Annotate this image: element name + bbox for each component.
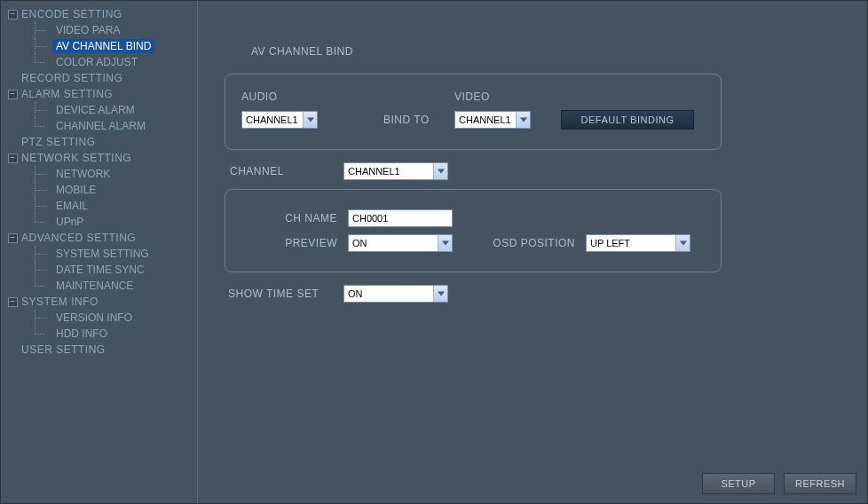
chevron-down-icon <box>438 235 452 251</box>
chevron-down-icon <box>675 235 690 251</box>
tree-connector-icon <box>35 246 51 262</box>
sidebar-item[interactable]: MOBILE <box>17 182 197 198</box>
sidebar-item-label: AV CHANNEL BIND <box>52 39 154 53</box>
tree-connector-icon <box>35 38 51 54</box>
sidebar-group[interactable]: −NETWORK SETTING <box>8 150 197 166</box>
svg-marker-1 <box>520 118 527 122</box>
sidebar-item[interactable]: VIDEO PARA <box>17 22 197 38</box>
sidebar-group[interactable]: PTZ SETTING <box>8 134 197 150</box>
audio-select-value: CHANNEL1 <box>242 114 303 125</box>
audio-label: AUDIO <box>241 91 454 103</box>
sidebar-group-label: ADVANCED SETTING <box>21 232 136 244</box>
sidebar-item-label: DEVICE ALARM <box>52 103 138 117</box>
sidebar-item[interactable]: DATE TIME SYNC <box>17 262 197 278</box>
channel-panel: CH NAME PREVIEW ON OSD POSITION UP LEFT <box>225 189 722 272</box>
tree-connector-icon <box>35 118 51 134</box>
sidebar-item-label: CHANNEL ALARM <box>52 119 149 133</box>
page-title: AV CHANNEL BIND <box>251 45 840 58</box>
sidebar-item[interactable]: NETWORK <box>17 166 197 182</box>
tree-connector-icon <box>35 278 51 294</box>
svg-marker-2 <box>438 169 445 174</box>
preview-label: PREVIEW <box>241 237 348 249</box>
sidebar-item-label: DATE TIME SYNC <box>52 263 148 277</box>
sidebar-group[interactable]: −SYSTEM INFO <box>8 294 197 310</box>
setup-button[interactable]: SETUP <box>702 473 775 494</box>
sidebar-item[interactable]: EMAIL <box>17 198 197 214</box>
chevron-down-icon <box>433 286 447 302</box>
tree-connector-icon <box>35 326 51 342</box>
collapse-icon[interactable]: − <box>8 233 18 243</box>
sidebar-item[interactable]: UPnP <box>17 214 197 230</box>
sidebar-item[interactable]: HDD INFO <box>17 326 197 342</box>
sidebar-group-label: ENCODE SETTING <box>21 8 122 20</box>
tree-connector-icon <box>35 214 51 230</box>
svg-marker-0 <box>307 118 314 122</box>
sidebar-item[interactable]: MAINTENANCE <box>17 278 197 294</box>
sidebar-item-label: SYSTEM SETTING <box>52 247 153 261</box>
footer-buttons: SETUP REFRESH <box>702 473 856 494</box>
sidebar-item[interactable]: COLOR ADJUST <box>17 54 197 70</box>
sidebar-item-label: EMAIL <box>52 199 91 213</box>
sidebar-item-label: NETWORK <box>52 167 114 181</box>
sidebar-group[interactable]: RECORD SETTING <box>8 70 197 86</box>
sidebar-group[interactable]: −ALARM SETTING <box>8 86 197 102</box>
sidebar-item-label: VERSION INFO <box>52 311 136 325</box>
tree-connector-icon <box>35 102 51 118</box>
video-select-value: CHANNEL1 <box>455 114 516 125</box>
sidebar-group[interactable]: −ADVANCED SETTING <box>8 230 197 246</box>
bind-to-label: BIND TO <box>383 114 454 126</box>
show-time-value: ON <box>344 288 433 299</box>
bind-panel: AUDIO VIDEO CHANNEL1 BIND TO CHANNEL1 DE… <box>225 74 722 150</box>
collapse-icon[interactable]: − <box>8 10 18 20</box>
tree-connector-icon <box>35 54 51 70</box>
preview-select[interactable]: ON <box>348 234 453 252</box>
sidebar-item-label: HDD INFO <box>52 327 111 341</box>
sidebar-group[interactable]: −ENCODE SETTING <box>8 6 197 22</box>
svg-marker-5 <box>438 292 445 296</box>
sidebar-group-label: RECORD SETTING <box>21 72 122 84</box>
sidebar-item[interactable]: CHANNEL ALARM <box>17 118 197 134</box>
chevron-down-icon <box>303 112 317 128</box>
audio-select[interactable]: CHANNEL1 <box>241 111 318 129</box>
video-select[interactable]: CHANNEL1 <box>454 111 531 129</box>
sidebar-item[interactable]: AV CHANNEL BIND <box>17 38 197 54</box>
sidebar-group-label: NETWORK SETTING <box>21 152 131 164</box>
refresh-button[interactable]: REFRESH <box>784 473 856 494</box>
tree-connector-icon <box>35 262 51 278</box>
collapse-icon[interactable]: − <box>8 297 18 307</box>
channel-select[interactable]: CHANNEL1 <box>343 162 448 180</box>
tree-connector-icon <box>35 198 51 214</box>
collapse-icon[interactable]: − <box>8 90 18 99</box>
sidebar-item-label: UPnP <box>52 215 87 229</box>
sidebar-group[interactable]: USER SETTING <box>8 342 197 358</box>
sidebar-item-label: MAINTENANCE <box>52 279 137 293</box>
chevron-down-icon <box>516 112 530 128</box>
collapse-icon[interactable]: − <box>8 154 18 163</box>
tree-connector-icon <box>35 22 51 38</box>
osd-position-label: OSD POSITION <box>453 237 586 249</box>
ch-name-input[interactable] <box>348 209 453 227</box>
channel-label: CHANNEL <box>230 165 343 177</box>
channel-select-value: CHANNEL1 <box>344 166 433 177</box>
show-time-label: SHOW TIME SET <box>225 287 343 300</box>
sidebar-item-label: COLOR ADJUST <box>52 55 141 69</box>
content-area: AV CHANNEL BIND AUDIO VIDEO CHANNEL1 BIN… <box>198 1 867 503</box>
tree-connector-icon <box>35 166 51 182</box>
svg-marker-3 <box>442 241 449 246</box>
sidebar-item-label: MOBILE <box>52 183 99 197</box>
chevron-down-icon <box>433 163 447 179</box>
sidebar-item[interactable]: VERSION INFO <box>17 310 197 326</box>
sidebar-group-label: ALARM SETTING <box>21 88 113 100</box>
default-binding-button[interactable]: DEFAULT BINDING <box>561 110 694 130</box>
sidebar-group-label: USER SETTING <box>21 343 106 356</box>
preview-select-value: ON <box>349 238 438 248</box>
osd-position-value: UP LEFT <box>587 238 675 248</box>
sidebar-nav: −ENCODE SETTINGVIDEO PARAAV CHANNEL BIND… <box>1 1 198 503</box>
sidebar-item[interactable]: DEVICE ALARM <box>17 102 197 118</box>
ch-name-label: CH NAME <box>241 212 348 224</box>
video-label: VIDEO <box>454 91 490 103</box>
svg-marker-4 <box>680 241 687 246</box>
show-time-select[interactable]: ON <box>343 285 448 303</box>
osd-position-select[interactable]: UP LEFT <box>586 234 690 252</box>
sidebar-item[interactable]: SYSTEM SETTING <box>17 246 197 262</box>
